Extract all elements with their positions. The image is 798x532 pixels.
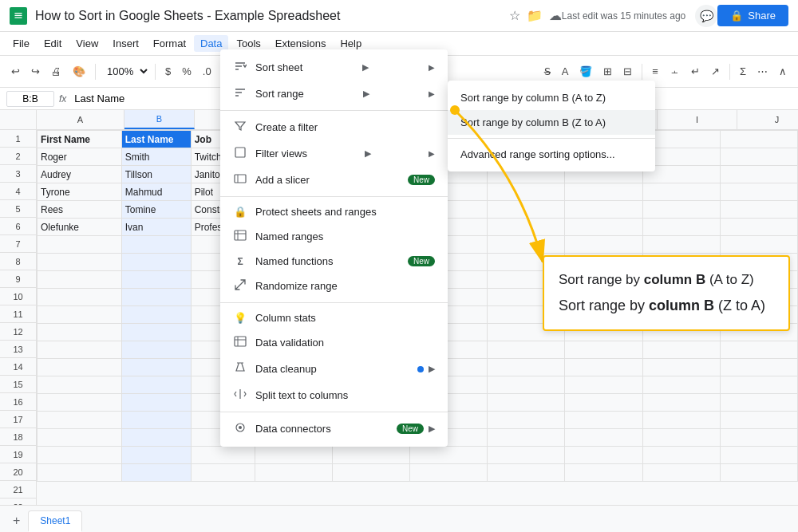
cell-i4[interactable]	[642, 183, 720, 201]
callout-line-1: Sort range by column B (A to Z)	[559, 268, 774, 293]
menu-format[interactable]: Format	[147, 35, 192, 52]
star-icon[interactable]: ☆	[509, 8, 520, 23]
menu-view[interactable]: View	[69, 35, 105, 52]
row-num-3: 3	[0, 165, 36, 183]
cell-a2[interactable]: Roger	[38, 148, 122, 166]
sheet-tabs: + Sheet1	[0, 505, 798, 532]
toolbar-divider-4	[729, 64, 730, 80]
toolbar-divider-1	[95, 64, 96, 80]
cell-a5[interactable]: Rees	[38, 201, 122, 219]
cell-j5[interactable]	[720, 201, 797, 219]
add-sheet-button[interactable]: +	[6, 510, 26, 532]
cell-j4[interactable]	[720, 183, 797, 201]
redo-button[interactable]: ↪	[26, 62, 45, 81]
named-ranges-item[interactable]: Named ranges	[220, 223, 448, 250]
sheet-tab-1[interactable]: Sheet1	[28, 510, 82, 532]
share-button[interactable]: 🔒 Share	[717, 5, 788, 26]
cell-j2[interactable]	[720, 148, 797, 166]
randomize-range-item[interactable]: Randomize range	[220, 273, 448, 299]
cell-i6[interactable]	[642, 219, 720, 236]
percent-button[interactable]: %	[177, 62, 196, 81]
more-button[interactable]: ⋯	[753, 62, 772, 81]
cell-b4[interactable]: Mahmud	[121, 183, 191, 201]
cell-j6[interactable]	[720, 219, 797, 236]
data-validation-label: Data validation	[255, 337, 324, 349]
column-stats-item[interactable]: 💡 Column stats	[220, 306, 448, 329]
named-functions-item[interactable]: Σ Named functions New	[220, 250, 448, 273]
named-ranges-label: Named ranges	[255, 231, 323, 242]
data-cleanup-icon	[233, 361, 247, 376]
column-stats-label: Column stats	[255, 312, 316, 324]
decimal-button[interactable]: .0	[198, 62, 216, 81]
sort-sheet-item[interactable]: Sort sheet ▶	[220, 54, 448, 81]
folder-icon[interactable]: 📁	[527, 8, 543, 23]
cell-b7[interactable]	[121, 236, 191, 254]
cell-h4[interactable]	[565, 183, 642, 201]
valign-button[interactable]: ⫠	[665, 62, 685, 81]
col-header-i[interactable]: I	[658, 110, 737, 129]
strikethrough-button[interactable]: S̶	[539, 62, 555, 81]
cloud-icon[interactable]: ☁	[549, 8, 562, 23]
menu-file[interactable]: File	[6, 35, 36, 52]
zoom-select[interactable]: 100%	[101, 63, 150, 80]
cell-b1[interactable]: Last Name	[121, 131, 191, 148]
row-num-21: 21	[0, 481, 36, 499]
row-num-1: 1	[0, 130, 36, 148]
row-numbers: 1 2 3 4 5 6 7 8 9 10 11 12 13 14 15 16 1…	[0, 130, 37, 505]
cell-a4[interactable]: Tyrone	[38, 183, 122, 201]
sort-range-arrow: ▶	[363, 89, 369, 99]
merge-button[interactable]: ⊟	[618, 62, 637, 81]
col-header-a[interactable]: A	[37, 110, 124, 129]
add-slicer-item[interactable]: Add a slicer New	[220, 167, 448, 193]
add-slicer-label: Add a slicer	[255, 174, 310, 186]
paint-format-button[interactable]: 🎨	[68, 62, 90, 81]
text-color-button[interactable]: A	[557, 62, 574, 81]
data-cleanup-item[interactable]: Data cleanup ▶	[220, 356, 448, 382]
table-row	[38, 447, 798, 464]
menu-insert[interactable]: Insert	[106, 35, 145, 52]
function-button[interactable]: Σ	[735, 62, 751, 81]
cell-j1[interactable]	[720, 131, 797, 148]
borders-button[interactable]: ⊞	[598, 62, 617, 81]
protect-item[interactable]: 🔒 Protect sheets and ranges	[220, 200, 448, 223]
cell-a6[interactable]: Olefunke	[38, 219, 122, 236]
title-icons: ☆ 📁 ☁	[509, 8, 562, 23]
collapse-toolbar-button[interactable]: ∧	[774, 62, 792, 81]
cell-reference-input[interactable]	[6, 91, 54, 107]
data-connectors-item[interactable]: Data connectors New ▶	[220, 416, 448, 442]
sort-range-item[interactable]: Sort range ▶ Sort range by column B (A t…	[220, 81, 448, 107]
undo-button[interactable]: ↩	[6, 62, 25, 81]
cell-b6[interactable]: Ivan	[121, 219, 191, 236]
cell-a1[interactable]: First Name	[38, 131, 122, 148]
fill-color-button[interactable]: 🪣	[575, 62, 597, 81]
messages-icon[interactable]: 💬	[695, 5, 717, 27]
create-filter-item[interactable]: Create a filter	[220, 114, 448, 140]
cell-i5[interactable]	[642, 201, 720, 219]
data-connectors-badge: New	[397, 424, 424, 434]
print-button[interactable]: 🖨	[46, 62, 66, 81]
col-header-b[interactable]: B	[124, 110, 195, 129]
currency-button[interactable]: $	[160, 62, 176, 81]
cell-a3[interactable]: Audrey	[38, 166, 122, 183]
cell-h6[interactable]	[565, 219, 642, 236]
data-validation-item[interactable]: Data validation	[220, 329, 448, 356]
filter-views-item[interactable]: Filter views ▶	[220, 140, 448, 167]
cell-b3[interactable]: Tillson	[121, 166, 191, 183]
cell-a7[interactable]	[38, 236, 122, 254]
annotation-arrow	[447, 102, 559, 278]
split-text-item[interactable]: Split text to columns	[220, 382, 448, 408]
menu-edit[interactable]: Edit	[38, 35, 68, 52]
wrap-button[interactable]: ↵	[686, 62, 705, 81]
named-functions-badge: New	[408, 256, 435, 266]
rotate-button[interactable]: ↗	[706, 62, 725, 81]
align-button[interactable]: ≡	[647, 62, 663, 81]
last-edit-text: Last edit was 15 minutes ago	[562, 10, 685, 22]
cell-b5[interactable]: Tomine	[121, 201, 191, 219]
row-num-6: 6	[0, 218, 36, 235]
col-header-j[interactable]: J	[737, 110, 798, 129]
sort-sheet-label: Sort sheet	[255, 61, 302, 73]
cell-h5[interactable]	[565, 201, 642, 219]
cell-j3[interactable]	[720, 166, 797, 183]
row-num-20: 20	[0, 463, 36, 481]
cell-b2[interactable]: Smith	[121, 148, 191, 166]
